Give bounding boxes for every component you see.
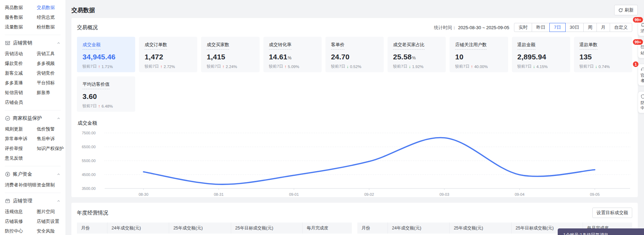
x-tick-label: 08-30 (139, 192, 148, 196)
floating-widget[interactable]: 防中 (638, 91, 644, 113)
sidebar-link[interactable]: 店铺会员 (5, 98, 37, 107)
compare-label: 较前7日 (393, 64, 407, 69)
sidebar-link[interactable]: 知识产权保护 (37, 144, 66, 153)
sidebar-top-links: 商品数据交易数据服务数据经营总览流量数据粉丝数据 (5, 3, 66, 32)
delta-percent: 0.52% (350, 65, 362, 69)
chart-block: 成交金额 7500.006500.005500.004500.003500.00… (77, 120, 632, 198)
floating-widget-label: 中 (641, 106, 644, 111)
range-tab-月[interactable]: 月 (597, 23, 610, 32)
sidebar-link[interactable]: 营销竞价 (37, 68, 66, 78)
sidebar-link[interactable]: 膨胀券 (37, 88, 66, 98)
sidebar-link[interactable]: 异常单申诉 (5, 134, 37, 144)
notification-toast[interactable]: 1个账号:1条待回复消息 (558, 228, 644, 235)
sidebar-link[interactable]: 交易数据 (37, 3, 66, 12)
stat-card-label: 成交转化率 (269, 42, 291, 50)
sidebar-link[interactable]: 资金限制 (37, 180, 66, 190)
sidebar-link[interactable]: 消费者补偿明细 (5, 180, 37, 190)
chevron-up-icon[interactable] (56, 172, 61, 176)
sidebar-link[interactable]: 评价举报 (5, 144, 37, 153)
sidebar-link[interactable]: 新客立减 (5, 68, 37, 78)
x-tick-label: 08-31 (214, 192, 224, 196)
sidebar-link[interactable]: 低价预警 (37, 124, 66, 134)
shop-icon (5, 40, 10, 46)
table-cell (169, 234, 231, 235)
floating-widget[interactable]: 1官者 (638, 64, 644, 86)
page-header: 交易数据 刷新 (71, 3, 638, 17)
stat-card[interactable]: 客单价24.70较前7日↓0.52% (325, 37, 384, 72)
sidebar-section-links: 营销活动营销工具爆款竞价多多视频新客立减营销竞价多多直播平台招标短信营销膨胀券店… (5, 49, 66, 107)
sidebar-link[interactable]: 规则更新 (5, 124, 37, 134)
range-tab-7日[interactable]: 7日 (549, 23, 565, 32)
table-cell (357, 234, 388, 235)
arrow-up-icon: ↑ (285, 64, 287, 69)
sidebar-link[interactable]: 违规信息 (5, 207, 37, 217)
stat-card[interactable]: 成交订单数1,472较前7日↑2.72% (139, 37, 197, 72)
main-content: 交易数据 刷新 交易概况 统计时间： 2025-08-30 ~ 2025-09-… (66, 0, 644, 235)
sidebar-link[interactable]: 短信营销 (5, 88, 37, 98)
set-target-button[interactable]: 设置目标成交额 (592, 208, 632, 218)
sidebar-link[interactable]: 粉丝数据 (37, 22, 66, 32)
sidebar-link[interactable]: 安全风险 (37, 226, 66, 235)
chevron-up-icon[interactable] (56, 199, 61, 203)
sidebar-link[interactable]: 多多视频 (37, 59, 66, 68)
stat-card[interactable]: 成交转化率14.61%较前7日↑5.09% (263, 37, 322, 72)
stat-card[interactable]: 成交老买家占比25.58%较前7日↓1.92% (388, 37, 446, 72)
floating-widget-label: 者 (641, 78, 644, 83)
sidebar-section-header[interactable]: 商家权益保护 (5, 113, 66, 124)
sidebar-link[interactable]: 店铺装修 (5, 217, 37, 226)
stat-card-value: 10 (455, 53, 502, 61)
revenue-line-chart[interactable]: 7500.006500.005500.004500.003500.0008-30… (77, 128, 632, 198)
stat-card-label: 退款金额 (517, 42, 536, 50)
column-header: 月份 (77, 223, 107, 234)
refresh-button[interactable]: 刷新 (614, 5, 638, 15)
sidebar-link[interactable]: 店铺页设置 (37, 217, 66, 226)
sidebar-link[interactable]: 爆款竞价 (5, 59, 37, 68)
stat-card[interactable]: 平均访客价值3.60较前7日↑6.48% (77, 76, 135, 112)
x-tick-label: 09-02 (364, 192, 374, 196)
sidebar-link[interactable]: 多多直播 (5, 78, 37, 88)
sidebar-link[interactable]: 意见反馈 (5, 153, 37, 163)
stat-card[interactable]: 退款单数135较前7日↓0.74% (574, 37, 632, 72)
stat-card-value: 14.61% (269, 53, 316, 61)
chevron-up-icon[interactable] (56, 41, 61, 45)
sidebar-section-header[interactable]: 店铺管理 (5, 196, 66, 206)
sidebar-link[interactable]: 商品数据 (5, 3, 37, 12)
sidebar-link[interactable]: 经营总览 (37, 12, 66, 22)
stat-card[interactable]: 店铺关注用户数10较前7日↑40.00% (450, 37, 508, 72)
chevron-up-icon[interactable] (56, 116, 61, 120)
sidebar-link[interactable]: 流量数据 (5, 22, 37, 32)
sidebar-link[interactable]: 防控中心 (5, 226, 37, 235)
stat-card-delta: 较前7日↓4.15% (517, 64, 565, 69)
sidebar-link[interactable]: 平台招标 (37, 78, 66, 88)
sidebar-link[interactable]: 营销活动 (5, 49, 37, 59)
floating-widget[interactable]: 99+消 (638, 19, 644, 36)
range-tab-group: 实时昨日7日30日周月自定义 (514, 23, 632, 32)
range-tab-30日[interactable]: 30日 (565, 23, 584, 32)
range-tab-周[interactable]: 周 (583, 23, 597, 32)
floating-widget[interactable]: 99+站 (638, 42, 644, 58)
column-header: 25年成交额(元) (450, 223, 511, 234)
floating-widget-label: 消 (641, 28, 644, 34)
sidebar-section-header[interactable]: 店铺营销 (5, 38, 66, 48)
range-tab-昨日[interactable]: 昨日 (532, 23, 550, 32)
floating-widget-label: 站 (641, 51, 644, 56)
delta-percent: 5.09% (288, 65, 299, 69)
range-tab-实时[interactable]: 实时 (514, 23, 532, 32)
compare-label: 较前7日 (82, 103, 97, 109)
stat-card[interactable]: 退款金额2,895.94较前7日↓4.15% (512, 37, 570, 72)
sidebar-link[interactable]: 图片空间 (37, 207, 66, 217)
arrow-up-icon: ↑ (98, 104, 100, 109)
stat-card-delta: 较前7日↑6.48% (82, 103, 130, 109)
sidebar-section-title: 账户资金 (13, 171, 32, 177)
stat-card-value: 135 (580, 53, 627, 61)
sidebar-link[interactable]: 售后申诉 (37, 134, 66, 144)
sidebar-link[interactable]: 营销工具 (37, 49, 66, 59)
y-tick-label: 7500.00 (82, 131, 96, 135)
sidebar-link[interactable]: 服务数据 (5, 12, 37, 22)
sidebar-section-header[interactable]: 账户资金 (5, 169, 66, 179)
range-tab-自定义[interactable]: 自定义 (610, 23, 632, 32)
delta-percent: 2.24% (226, 65, 237, 69)
stat-card[interactable]: 成交买家数1,415较前7日↑2.24% (201, 37, 259, 72)
stat-card[interactable]: 成交金额34,945.46较前7日↑1.71% (77, 37, 135, 72)
compare-label: 较前7日 (145, 64, 159, 69)
